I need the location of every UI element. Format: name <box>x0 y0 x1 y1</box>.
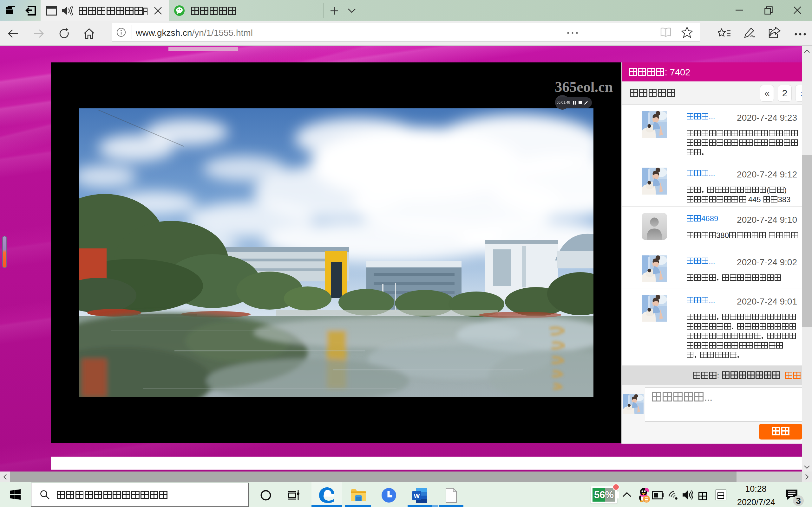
svg-text:W: W <box>414 493 420 499</box>
svg-text:3: 3 <box>796 496 801 506</box>
